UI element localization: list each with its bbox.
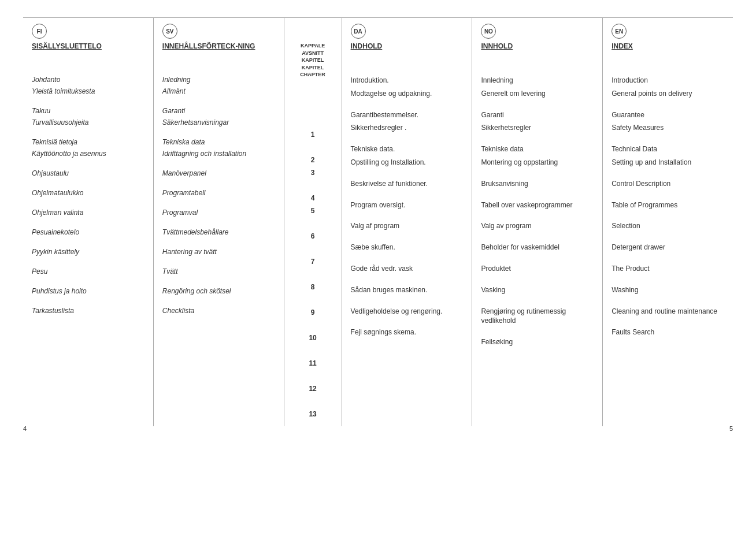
list-item: Introduction (612, 76, 724, 85)
entry-gap (32, 220, 144, 228)
entry-text: Feilsøking (481, 338, 513, 346)
entry-gap (612, 136, 724, 144)
list-item: Hantering av tvätt (162, 248, 275, 256)
entry-text: Tekniske data. (351, 145, 395, 153)
list-item: Washing (612, 285, 724, 295)
entry-gap (32, 240, 144, 248)
chapter-num-row (290, 217, 336, 230)
entry-text: Introduktion. (351, 76, 389, 84)
entry-text: Käyttöönotto ja asennus (32, 150, 106, 158)
list-item: Checklista (162, 307, 275, 315)
list-item: Montering og oppstarting (481, 158, 594, 167)
list-item: Manöverpanel (162, 169, 275, 177)
entry-text: Tekniska data (162, 138, 205, 146)
list-item: Puhdistus ja hoito (32, 287, 144, 295)
list-item: Garanti (481, 110, 594, 120)
list-item: Rengöring och skötsel (162, 287, 275, 295)
entry-gap (351, 136, 464, 144)
entry-text: Tvätt (162, 267, 178, 276)
chapter-number: 12 (309, 385, 316, 393)
chapter-num-row: 2 (290, 154, 336, 166)
list-item: Sikkerhetsregler (481, 123, 594, 133)
entry-text: Cleaning and routine maintenance (612, 307, 717, 315)
list-item: Tekniska data (162, 138, 275, 146)
page-number-right: 5 (729, 425, 733, 432)
columns-wrapper: FISISÄLLYSLUETTELOJohdantoYleistä toimit… (23, 17, 733, 426)
chapter-number: 2 (311, 156, 315, 164)
chapter-num-row (290, 179, 336, 192)
entry-text: Tabell over vaskeprogrammer (481, 201, 572, 209)
chapter-num-row (290, 243, 336, 255)
list-item: Allmänt (162, 87, 275, 95)
list-item: Fejl søgnings skema. (351, 327, 464, 337)
entry-text: Tekniske data (481, 145, 523, 153)
list-item: Teknisiä tietoja (32, 138, 144, 146)
list-item: Sådan bruges maskinen. (351, 285, 464, 295)
col-header-da: DAINDHOLD (351, 24, 464, 64)
entry-text: Yleistä toimituksesta (32, 87, 95, 95)
list-item: Tarkastuslista (32, 307, 144, 315)
chapter-num-row: 9 (290, 306, 336, 319)
list-item: Introduktion. (351, 76, 464, 85)
entry-gap (612, 256, 724, 264)
entry-gap (351, 256, 464, 264)
entry-gap (481, 256, 594, 264)
list-item: Program oversigt. (351, 200, 464, 210)
entry-text: Ohjaustaulu (32, 169, 69, 177)
lang-badge-en: EN (612, 24, 627, 39)
entry-gap (612, 192, 724, 200)
chapter-num-row (290, 141, 336, 154)
list-item: Safety Measures (612, 123, 724, 133)
list-item: Takuu (32, 107, 144, 115)
list-item: Selection (612, 221, 724, 231)
col-title-da: INDHOLD (351, 42, 383, 51)
entry-text: Garantibestemmelser. (351, 111, 418, 119)
chapter-num-row: 8 (290, 281, 336, 293)
entry-text: Tarkastuslista (32, 307, 74, 315)
chapter-number: 4 (311, 194, 315, 202)
list-item: Guarantee (612, 110, 724, 120)
chapter-num-row (290, 103, 336, 116)
entry-gap (351, 319, 464, 327)
col-header-no: NOINNHOLD (481, 24, 594, 64)
entry-text: Gode råd vedr. vask (351, 265, 413, 273)
entry-gap (162, 220, 275, 228)
list-item: Pesuainekotelo (32, 228, 144, 236)
list-item: Table of Programmes (612, 200, 724, 210)
entry-gap (162, 130, 275, 138)
chapter-col-header: KAPPALEAVSNITTKAPITELKAPITELCHAPTER (290, 24, 336, 79)
list-item: Vedligeholdelse og rengøring. (351, 307, 464, 317)
list-item: Inledning (162, 76, 275, 84)
entry-gap (32, 161, 144, 169)
col-header-sv: SVINNEHÅLLSFÖRTECK-NING (162, 24, 275, 64)
list-item: Cleaning and routine maintenance (612, 307, 724, 317)
entry-text: Valg af program (351, 222, 400, 230)
entry-gap (481, 136, 594, 144)
page-container: FISISÄLLYSLUETTELOJohdantoYleistä toimit… (0, 0, 756, 444)
list-item: Sikkerhedsregler . (351, 123, 464, 133)
entry-text: Beskrivelse af funktioner. (351, 180, 428, 188)
list-item: Pesu (32, 267, 144, 276)
entry-text: Fejl søgnings skema. (351, 328, 416, 336)
entry-gap (612, 171, 724, 179)
list-item: Ohjaustaulu (32, 169, 144, 177)
entry-gap (32, 181, 144, 189)
entry-text: The Product (612, 265, 649, 273)
entry-text: Checklista (162, 307, 194, 315)
list-item: Ohjelmataulukko (32, 189, 144, 197)
col-header-fi: FISISÄLLYSLUETTELO (32, 24, 144, 64)
entry-gap (351, 234, 464, 243)
entry-text: Takuu (32, 107, 50, 115)
list-item: Valg af program (351, 221, 464, 231)
list-item: Pyykin käsittely (32, 248, 144, 256)
entry-gap (612, 213, 724, 221)
chapter-num-row (290, 319, 336, 332)
list-item: Turvallisuusohjeita (32, 118, 144, 126)
entry-text: Puhdistus ja hoito (32, 287, 87, 295)
col-title-fi: SISÄLLYSLUETTELO (32, 42, 102, 51)
list-item: Programval (162, 209, 275, 217)
entry-gap (32, 279, 144, 287)
chapter-number: 1 (311, 131, 315, 139)
entry-gap (32, 259, 144, 267)
entry-text: Inledning (162, 76, 191, 84)
